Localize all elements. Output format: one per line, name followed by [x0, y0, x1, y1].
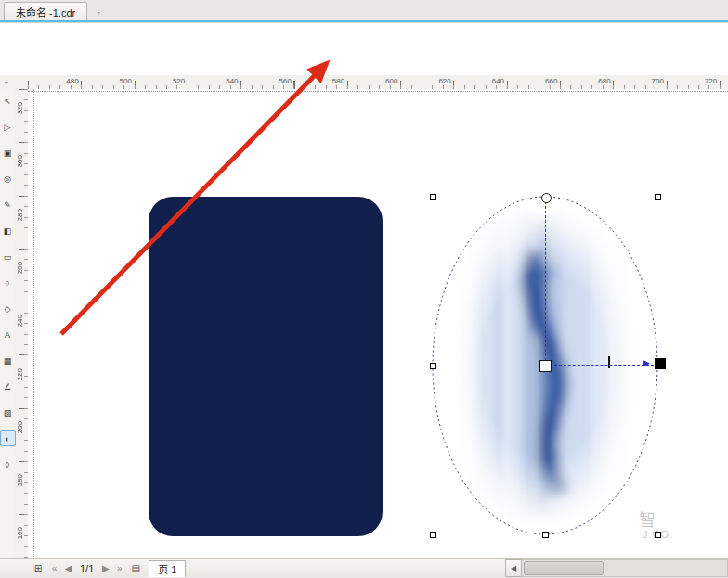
transparency-edge-handle[interactable] [541, 193, 552, 203]
ruler-tick-label: 620 [438, 77, 450, 85]
ruler-tick-label: 700 [652, 77, 664, 85]
ruler-tick-label: 220 [16, 368, 24, 380]
shape-tool[interactable]: ▷ [0, 119, 16, 135]
eyedropper-tool[interactable]: ◊ [0, 456, 16, 472]
selection-handle[interactable] [655, 532, 661, 538]
document-tab[interactable]: 未命名 -1.cdr [4, 2, 87, 20]
transparency-vector-line-vertical [545, 201, 546, 361]
document-tab-title: 未命名 -1.cdr [16, 5, 75, 19]
ruler-tick-label: 600 [385, 77, 397, 85]
smart-fill-tool[interactable]: ◧ [0, 223, 16, 238]
ruler-tick-label: 640 [492, 77, 504, 85]
ruler-tick-label: 160 [16, 527, 24, 539]
ruler-tick-label: 320 [16, 102, 24, 114]
scroll-left-icon[interactable]: ◀ [505, 559, 522, 577]
rectangle-tool[interactable]: ▭ [0, 249, 16, 264]
ruler-tick-label: 500 [120, 77, 132, 85]
ruler-tick-label: 680 [598, 77, 610, 85]
selection-handle[interactable] [430, 194, 436, 200]
interactive-fill-tool[interactable]: ▨ [0, 405, 16, 420]
horizontal-ruler[interactable]: 480500520540560580600620640660680700720 [28, 75, 728, 90]
ruler-tick-label: 280 [16, 209, 24, 221]
page-boundary-top [28, 91, 728, 92]
transparency-arrowhead-icon: ▶ [644, 359, 650, 367]
page-tab[interactable]: 页 1 [149, 560, 186, 577]
zoom-tool[interactable]: ◎ [0, 171, 16, 186]
ruler-origin[interactable]: + [0, 75, 32, 90]
freehand-tool[interactable]: ✎ [0, 197, 16, 212]
pick-tool[interactable]: ↖ [0, 93, 16, 109]
document-tab-bar: 未命名 -1.cdr ▫ [0, 0, 728, 22]
coreldraw-window: ▢▤▥⊟ ✂⊞▨ ↶▼↷▼ ✱ ⇥⇤▦▼ 75% ▼ ▫▭▦◉ 贴齐(T) ▼ … [0, 0, 728, 578]
last-page-button[interactable]: » [113, 561, 125, 576]
add-page-button[interactable]: ⊞ [30, 560, 46, 577]
horizontal-scrollbar[interactable]: ◀ [505, 559, 728, 577]
selection-handle[interactable] [542, 532, 549, 538]
page-tab-label: 页 1 [158, 561, 176, 576]
ruler-tick-label: 580 [332, 77, 344, 85]
ruler-tick-label: 560 [280, 77, 292, 85]
text-tool[interactable]: A [0, 327, 16, 342]
page-indicator: 1/1 [80, 563, 94, 574]
navy-rectangle[interactable] [149, 197, 383, 536]
ruler-tick-label: 300 [16, 155, 24, 167]
crop-tool[interactable]: ▣ [0, 145, 16, 161]
polygon-tool[interactable]: ◇ [0, 301, 16, 316]
next-page-button[interactable]: ▶ [99, 561, 111, 576]
transparency-vector-line [550, 365, 654, 366]
ruler-tick-label: 520 [173, 77, 185, 85]
vertical-ruler[interactable]: 320300280260240220200180160 [15, 89, 29, 559]
selection-handle[interactable] [655, 194, 661, 200]
page-menu-icon[interactable]: ▤ [127, 560, 144, 577]
toolbox: ↖▷▣◎✎◧▭○◇A▦∠▨◐◊ [0, 89, 15, 559]
transparency-midpoint-slider[interactable] [608, 356, 610, 368]
ruler-tick-label: 540 [226, 77, 238, 85]
transparency-tool[interactable]: ◐ [0, 430, 16, 446]
ruler-tick-label: 260 [16, 262, 24, 274]
ruler-tick-label: 660 [545, 77, 557, 85]
ruler-tick-label: 240 [16, 315, 24, 327]
scrollbar-track[interactable] [522, 559, 728, 577]
tab-page-icon[interactable]: ▫ [91, 6, 106, 20]
first-page-button[interactable]: « [48, 561, 60, 576]
status-bar: ⊞ « ◀ 1/1 ▶ » ▤ 页 1 ◀ [0, 558, 728, 578]
dimension-tool[interactable]: ∠ [0, 379, 16, 394]
scrollbar-thumb[interactable] [524, 561, 604, 575]
ruler-tick-label: 200 [16, 421, 24, 433]
ruler-tick-label: 180 [16, 474, 24, 486]
ruler-tick-label: 720 [705, 77, 717, 85]
previous-page-button[interactable]: ◀ [62, 561, 74, 576]
watermark-glyph: 智 [639, 507, 656, 531]
selection-handle[interactable] [430, 532, 436, 538]
selection-handle[interactable] [430, 363, 436, 369]
page-boundary-left [33, 89, 34, 559]
transparency-start-handle[interactable] [540, 360, 552, 372]
transparency-end-handle[interactable] [655, 358, 666, 369]
ellipse-tool[interactable]: ○ [0, 275, 16, 290]
table-tool[interactable]: ▦ [0, 353, 16, 368]
drawing-canvas[interactable]: ▶ 智 J.CO. [28, 89, 728, 559]
ruler-tick-label: 480 [66, 77, 78, 85]
